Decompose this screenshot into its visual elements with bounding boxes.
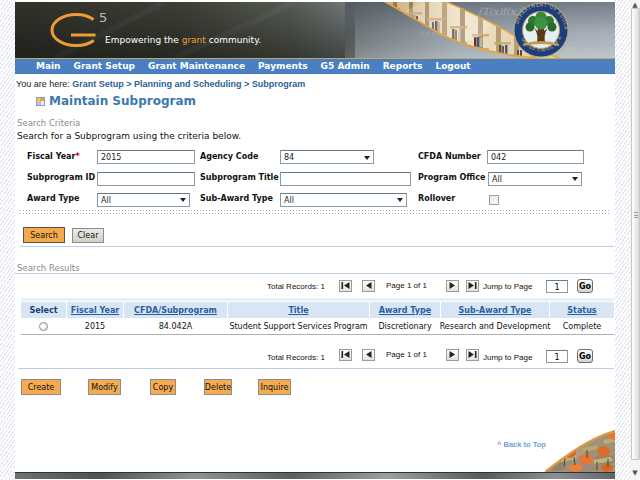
separator-line <box>20 246 614 247</box>
total-records: Total Records: 1 <box>267 353 325 362</box>
row-award-type: Discretionary <box>370 318 440 334</box>
separator-line <box>18 368 614 369</box>
copy-button[interactable]: Copy <box>150 379 176 395</box>
search-button[interactable]: Search <box>23 227 65 243</box>
pagination-top: Total Records: 1 Page 1 of 1 Jump to Pag… <box>0 279 640 293</box>
scrollbar-down-icon[interactable]: ▼ <box>631 469 639 477</box>
nav-item-reports[interactable]: Reports <box>383 61 423 71</box>
page-indicator: Page 1 of 1 <box>386 281 427 290</box>
program-office-label: Program Office <box>418 173 485 182</box>
row-select-radio[interactable] <box>39 322 48 331</box>
nav-item-payments[interactable]: Payments <box>258 61 308 71</box>
first-page-button[interactable] <box>339 349 352 361</box>
page-indicator: Page 1 of 1 <box>386 350 427 359</box>
row-sub-award-type: Research and Development <box>441 318 549 334</box>
delete-button[interactable]: Delete <box>204 379 232 395</box>
subprogram-title-label: Subprogram Title <box>200 173 279 182</box>
row-cfda-subprogram: 84.042A <box>124 318 227 334</box>
cfda-number-input[interactable]: 042 <box>487 150 584 164</box>
dropdown-arrow-icon <box>397 198 403 202</box>
results-table-header: Select Fiscal Year CFDA/Subprogram Title… <box>21 298 614 318</box>
program-office-select[interactable]: All <box>488 172 582 186</box>
col-header-fiscal-year[interactable]: Fiscal Year <box>67 302 123 318</box>
clear-button[interactable]: Clear <box>72 228 104 243</box>
subprogram-title-input[interactable] <box>280 172 411 186</box>
sub-award-type-select[interactable]: All <box>280 193 407 207</box>
col-header-status[interactable]: Status <box>550 302 614 318</box>
breadcrumb-prefix: You are here: <box>16 79 72 89</box>
breadcrumb-path[interactable]: Grant Setup > Planning and Scheduling > … <box>72 79 305 89</box>
next-page-icon <box>449 282 456 289</box>
header-banner: ∫T(x)f(x,θ) f(x,0)dx <box>15 2 615 58</box>
dropdown-arrow-icon <box>180 198 186 202</box>
page-title: Maintain Subprogram <box>49 94 196 108</box>
row-status: Complete <box>550 318 614 334</box>
rollover-label: Rollover <box>418 194 455 203</box>
jump-to-page-label: Jump to Page <box>483 353 532 362</box>
desks-photo-decoration <box>545 430 615 472</box>
vertical-scrollbar[interactable]: ▲ ▼ <box>630 0 640 480</box>
jump-to-page-label: Jump to Page <box>483 282 532 291</box>
subprogram-id-input[interactable] <box>97 172 195 186</box>
dotted-separator <box>19 209 611 214</box>
tagline-prefix: Empowering the <box>105 35 182 45</box>
last-page-button[interactable] <box>466 280 479 292</box>
right-margin-pattern <box>615 0 630 480</box>
scrollbar-thumb[interactable] <box>631 8 640 460</box>
first-page-button[interactable] <box>339 280 352 292</box>
pagination-bottom: Total Records: 1 Page 1 of 1 Jump to Pag… <box>0 348 640 362</box>
last-page-button[interactable] <box>466 349 479 361</box>
fiscal-year-label: Fiscal Year* <box>27 152 80 161</box>
nav-item-logout[interactable]: Logout <box>435 61 470 71</box>
dropdown-arrow-icon <box>364 156 370 160</box>
last-page-icon <box>468 351 477 358</box>
next-page-icon <box>449 351 456 358</box>
go-button[interactable]: Go <box>577 349 593 363</box>
back-to-top-link[interactable]: ^ Back to Top <box>497 440 546 449</box>
prev-page-button[interactable] <box>362 349 375 361</box>
logo-5-text: 5 <box>99 10 107 25</box>
award-type-select[interactable]: All <box>97 193 190 207</box>
footer-bar <box>15 472 615 479</box>
jump-to-page-input[interactable]: 1 <box>546 350 568 363</box>
agency-code-label: Agency Code <box>200 152 258 161</box>
fiscal-year-input[interactable]: 2015 <box>97 150 195 164</box>
prev-page-button[interactable] <box>362 280 375 292</box>
next-page-button[interactable] <box>446 280 459 292</box>
tagline-text: Empowering the grant community. <box>105 35 261 45</box>
col-header-select: Select <box>21 302 66 318</box>
nav-item-grant-maintenance[interactable]: Grant Maintenance <box>148 61 245 71</box>
nav-item-grant-setup[interactable]: Grant Setup <box>74 61 135 71</box>
col-header-title[interactable]: Title <box>228 302 369 318</box>
scrollbar-grip-icon <box>634 212 638 218</box>
last-page-icon <box>468 282 477 289</box>
col-header-award-type[interactable]: Award Type <box>370 302 440 318</box>
go-button[interactable]: Go <box>577 279 593 293</box>
modify-button[interactable]: Modify <box>88 379 121 395</box>
tagline-suffix: community. <box>206 35 261 45</box>
agency-code-select[interactable]: 84 <box>280 150 374 164</box>
search-instructions: Search for a Subprogram using the criter… <box>17 131 241 141</box>
main-navigation: Main Grant Setup Grant Maintenance Payme… <box>15 59 615 74</box>
cfda-number-label: CFDA Number <box>418 152 481 161</box>
results-table: Select Fiscal Year CFDA/Subprogram Title… <box>21 298 614 335</box>
nav-item-main[interactable]: Main <box>36 61 61 71</box>
total-records: Total Records: 1 <box>267 282 325 291</box>
next-page-button[interactable] <box>446 349 459 361</box>
col-header-cfda-subprogram[interactable]: CFDA/Subprogram <box>124 302 227 318</box>
search-criteria-heading: Search Criteria <box>17 118 80 128</box>
page: ∫T(x)f(x,θ) f(x,0)dx <box>0 0 640 480</box>
tagline-grant: grant <box>182 35 207 45</box>
nav-item-g5-admin[interactable]: G5 Admin <box>321 61 370 71</box>
inquire-button[interactable]: Inquire <box>258 379 291 395</box>
separator-line <box>15 273 614 274</box>
rollover-checkbox[interactable] <box>489 195 499 205</box>
create-button[interactable]: Create <box>21 379 61 395</box>
breadcrumb: You are here: Grant Setup > Planning and… <box>16 79 305 89</box>
prev-page-icon <box>365 282 372 289</box>
jump-to-page-input[interactable]: 1 <box>546 280 568 293</box>
col-header-sub-award-type[interactable]: Sub-Award Type <box>441 302 549 318</box>
subprogram-id-label: Subprogram ID <box>27 173 95 182</box>
sub-award-type-label: Sub-Award Type <box>200 194 273 203</box>
first-page-icon <box>341 351 350 358</box>
